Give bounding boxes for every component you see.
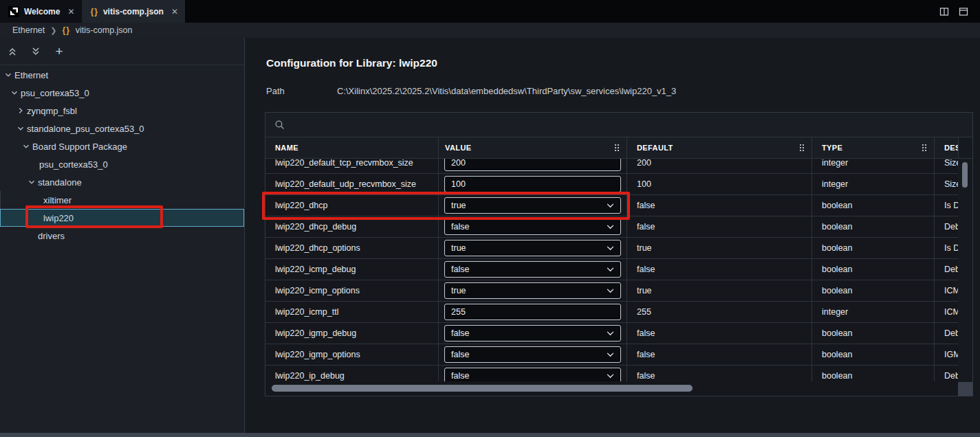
type-value: integer — [812, 302, 935, 322]
table-row: lwip220_default_tcp_recvmbox_size 200 in… — [265, 159, 959, 174]
add-icon[interactable]: + — [54, 46, 65, 57]
value-select[interactable]: false — [444, 325, 621, 341]
tree-item-standalone[interactable]: standalone — [0, 173, 244, 191]
desc-value: Debu — [935, 323, 959, 344]
table-rows: lwip220_default_tcp_recvmbox_size 200 in… — [265, 159, 959, 383]
chevron-down-icon — [17, 124, 25, 133]
desc-value: ICMP — [935, 280, 959, 301]
vertical-scrollbar-track[interactable] — [958, 159, 972, 381]
tree-item-ethernet[interactable]: Ethernet — [0, 66, 244, 84]
tree-item-lwip220[interactable]: lwip220 — [0, 209, 244, 227]
chevron-right-icon — [17, 107, 25, 115]
split-editor-icon[interactable] — [939, 6, 950, 17]
chevron-right-icon: ❯ — [50, 26, 56, 35]
tab-vitis-comp-json[interactable]: {} vitis-comp.json ✕ — [83, 0, 185, 23]
tree-item-drivers[interactable]: drivers — [0, 227, 244, 245]
default-value: false — [627, 344, 812, 365]
tree-item-standalone-psu-cortexa53-0[interactable]: standalone_psu_cortexa53_0 — [0, 120, 244, 137]
json-braces-icon: {} — [62, 25, 69, 35]
tree-item-board-support-package[interactable]: Board Support Package — [0, 137, 244, 155]
value-select[interactable]: false — [444, 368, 621, 383]
window-bottom-strip — [0, 433, 980, 437]
tree-item-xiltimer[interactable]: xiltimer — [0, 191, 244, 209]
path-value: C:\Xilinx\2025.2\2025.2\Vitis\data\embed… — [337, 86, 676, 96]
breadcrumb-item-ethernet[interactable]: Ethernet — [12, 25, 45, 35]
default-value: 200 — [627, 159, 812, 173]
table-row: lwip220_dhcp_debug false false boolean D… — [265, 216, 959, 238]
column-header-type: TYPE — [812, 137, 935, 158]
column-header-desc: DESC — [935, 137, 959, 158]
table-row: lwip220_default_udp_recvmbox_size 100 in… — [265, 174, 959, 195]
expand-all-icon[interactable] — [30, 46, 41, 57]
tree-item-zynqmp-fsbl[interactable]: zynqmp_fsbl — [0, 102, 244, 120]
page-title: Configuration for Library: lwip220 — [266, 57, 437, 69]
desc-value: Debu — [935, 259, 959, 280]
tree-toolbar: + — [0, 38, 244, 65]
param-name: lwip220_dhcp_debug — [265, 216, 439, 237]
chevron-down-icon — [28, 178, 36, 186]
close-icon[interactable]: ✕ — [171, 7, 178, 16]
chevron-down-icon — [22, 142, 30, 150]
type-value: boolean — [812, 323, 935, 344]
tab-label: vitis-comp.json — [103, 7, 164, 16]
table-row: lwip220_icmp_ttl 255 integer ICMP — [265, 302, 959, 323]
value-input[interactable] — [444, 176, 621, 192]
toggle-panel-layout-icon[interactable] — [958, 6, 969, 17]
tab-welcome[interactable]: Welcome ✕ — [0, 0, 83, 23]
drag-handle-icon[interactable] — [614, 144, 620, 152]
chevron-down-icon — [10, 89, 19, 97]
value-select[interactable]: true — [444, 240, 621, 256]
default-value: false — [627, 259, 812, 280]
column-header-value: VALUE — [439, 137, 627, 158]
scrollbar-gutter — [959, 137, 973, 158]
default-value: 100 — [627, 174, 812, 194]
value-input[interactable] — [444, 159, 621, 171]
chevron-down-icon — [607, 203, 614, 208]
vertical-scrollbar-thumb[interactable] — [962, 162, 968, 188]
bsp-tree: Ethernet psu_cortexa53_0 zynqmp_fsbl sta… — [0, 65, 244, 245]
type-value: integer — [812, 159, 935, 173]
param-name: lwip220_default_tcp_recvmbox_size — [265, 159, 439, 173]
desc-value: IGMP — [935, 344, 959, 365]
configuration-panel: Configuration for Library: lwip220 Path … — [245, 38, 980, 433]
chevron-down-icon — [607, 352, 614, 357]
tab-label: Welcome — [24, 7, 60, 16]
drag-handle-icon[interactable] — [922, 144, 927, 152]
value-select[interactable]: false — [444, 346, 621, 363]
table-search-row[interactable] — [265, 113, 972, 137]
breadcrumb: Ethernet ❯ {} vitis-comp.json — [0, 23, 980, 38]
value-input[interactable] — [444, 304, 621, 320]
default-value: false — [627, 366, 812, 383]
param-name: lwip220_igmp_options — [265, 344, 439, 365]
chevron-down-icon — [607, 267, 614, 272]
param-name: lwip220_dhcp — [265, 195, 439, 216]
param-name: lwip220_icmp_options — [265, 280, 439, 301]
horizontal-scrollbar-track[interactable] — [265, 381, 972, 396]
column-header-default: DEFAULT — [627, 137, 812, 158]
breadcrumb-item-file[interactable]: vitis-comp.json — [76, 25, 133, 35]
value-select[interactable]: true — [444, 197, 621, 214]
type-value: boolean — [812, 366, 935, 383]
param-name: lwip220_default_udp_recvmbox_size — [265, 174, 439, 194]
chevron-down-icon — [607, 225, 614, 229]
component-tree-panel: + Ethernet psu_cortexa53_0 zynqmp_fsbl s… — [0, 38, 245, 433]
collapse-all-icon[interactable] — [7, 46, 18, 57]
close-icon[interactable]: ✕ — [67, 7, 74, 16]
table-row: lwip220_icmp_debug false false boolean D… — [265, 259, 959, 280]
table-header: NAME VALUE DEFAULT TYPE DESC — [265, 137, 972, 159]
value-select[interactable]: false — [444, 218, 621, 235]
default-value: 255 — [627, 302, 812, 322]
table-row: lwip220_ip_debug false false boolean Deb… — [265, 366, 959, 383]
value-select[interactable]: true — [444, 282, 621, 299]
horizontal-scrollbar-thumb[interactable] — [272, 385, 693, 392]
param-name: lwip220_icmp_ttl — [265, 302, 439, 322]
vitis-ide-window: Welcome ✕ {} vitis-comp.json ✕ Ethernet … — [0, 0, 980, 437]
drag-handle-icon[interactable] — [799, 144, 805, 152]
table-row: lwip220_dhcp_options true true boolean I… — [265, 238, 959, 259]
tree-item-psu-cortexa53-0[interactable]: psu_cortexa53_0 — [0, 84, 244, 102]
default-value: false — [627, 195, 812, 216]
tree-item-psu-cortexa53-0-leaf[interactable]: psu_cortexa53_0 — [0, 155, 244, 173]
value-select[interactable]: false — [444, 261, 621, 278]
config-table: NAME VALUE DEFAULT TYPE DESC lwip220_def… — [265, 112, 973, 396]
desc-value: Size o — [935, 174, 959, 194]
